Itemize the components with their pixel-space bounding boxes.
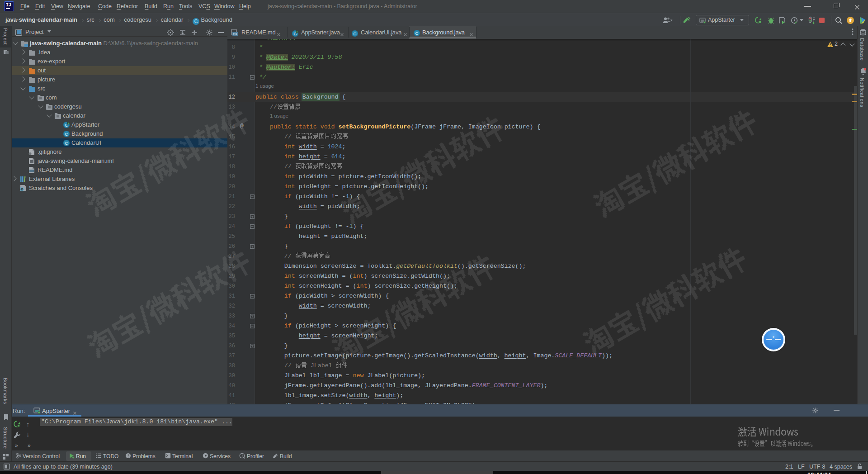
svg-text:C: C [65, 132, 68, 137]
svg-text:C: C [65, 141, 68, 146]
svg-text:C: C [354, 31, 357, 36]
svg-text:C: C [415, 31, 419, 36]
